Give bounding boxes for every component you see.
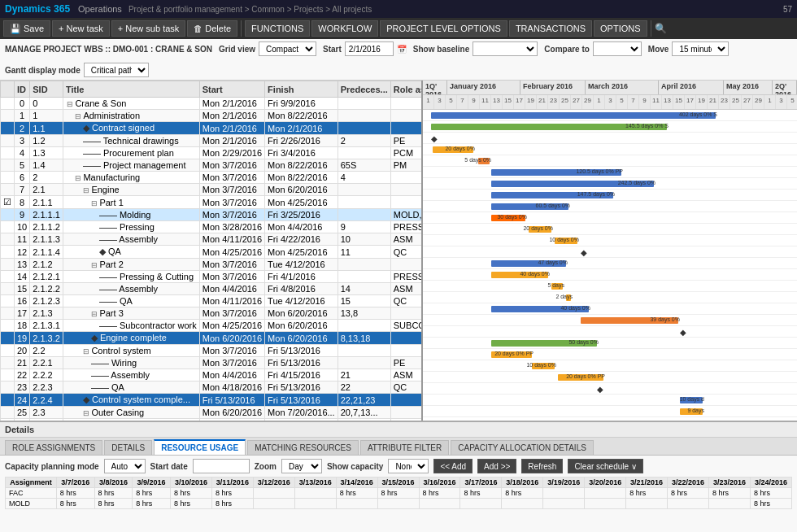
options-button[interactable]: OPTIONS (594, 20, 647, 37)
table-row[interactable]: 24 2.2.4 ◆ Control system comple... Fri … (1, 394, 424, 407)
table-row[interactable]: 15 2.1.2.2 —— Assembly Mon 4/4/2016 Fri … (1, 283, 424, 295)
row-checkbox[interactable] (1, 233, 15, 246)
gantt-bar[interactable]: 20 days 0% PP (491, 351, 532, 358)
row-checkbox[interactable] (1, 382, 15, 394)
gantt-display-select[interactable]: Critical path (84, 63, 149, 77)
gantt-bar[interactable]: 145.5 days 0% S (431, 124, 667, 130)
row-checkbox[interactable] (1, 147, 15, 159)
table-row[interactable]: 2 1.1 ◆ Contract signed Mon 2/1/2016 Mon… (1, 122, 424, 135)
project-level-options-button[interactable]: PROJECT LEVEL OPTIONS (380, 20, 507, 37)
gantt-bar[interactable]: 147.5 days 0% (491, 192, 613, 198)
table-row[interactable]: 9 2.1.1.1 —— Molding Mon 3/7/2016 Fri 3/… (1, 209, 424, 221)
gantt-bar[interactable]: 120.5 days 0% PP (491, 169, 621, 176)
gantt-bar[interactable]: 5 days 0% (478, 158, 490, 164)
table-row[interactable]: 5 1.4 —— Project management Mon 3/7/2016… (1, 159, 424, 172)
row-checkbox[interactable] (1, 394, 15, 407)
gantt-bar[interactable]: 20 days 0% (529, 226, 551, 233)
gantt-bar[interactable]: 40 days 0% (491, 306, 589, 312)
gantt-bar[interactable]: 242.5 days 0% (491, 181, 654, 187)
table-row[interactable]: 10 2.1.1.2 —— Pressing Mon 3/28/2016 Mon… (1, 221, 424, 233)
clear-schedule-button[interactable]: Clear schedule ∨ (568, 459, 642, 473)
row-checkbox[interactable] (1, 295, 15, 307)
save-button[interactable]: 💾 Save (3, 20, 50, 37)
tab-matching-resources[interactable]: MATCHING RESOURCES (247, 440, 359, 455)
table-row[interactable]: 14 2.1.2.1 —— Pressing & Cutting Mon 3/7… (1, 271, 424, 283)
gantt-bar[interactable]: 30 days 0% (491, 215, 525, 221)
gantt-bar[interactable]: 2 days (566, 294, 571, 301)
gantt-bar[interactable]: 10 days 0% (555, 238, 577, 244)
add-left-button[interactable]: << Add (433, 459, 473, 473)
gantt-bar[interactable]: 5 days (551, 283, 563, 290)
table-row[interactable]: 23 2.2.3 —— QA Mon 4/18/2016 Fri 5/13/20… (1, 382, 424, 394)
gantt-bar[interactable]: 402 days 0% S (431, 112, 716, 119)
table-row[interactable]: 20 2.2 ⊟ Control system Mon 3/7/2016 Fri… (1, 345, 424, 357)
table-row[interactable]: 21 2.2.1 —— Wiring Mon 3/7/2016 Fri 5/13… (1, 357, 424, 369)
table-row[interactable]: 19 2.1.3.2 ◆ Engine complete Mon 6/20/20… (1, 332, 424, 345)
table-row[interactable]: 26 2.3.1 —— Assembly Mon 6/20/2016 Mon 7… (1, 419, 424, 421)
tab-resource-usage[interactable]: RESOURCE USAGE (154, 439, 246, 455)
gantt-bar[interactable]: 10 days 0% (532, 363, 555, 369)
table-row[interactable]: 6 2 ⊟ Manufacturing Mon 3/7/2016 Mon 8/2… (1, 172, 424, 184)
capacity-select[interactable]: Auto (104, 459, 146, 473)
table-row[interactable]: 16 2.1.2.3 —— QA Mon 4/11/2016 Tue 4/12/… (1, 295, 424, 307)
wbs-grid[interactable]: ID SID Title Start Finish Predeces... Ro… (0, 81, 423, 421)
table-row[interactable]: 11 2.1.1.3 —— Assembly Mon 4/11/2016 Fri… (1, 233, 424, 246)
gantt-bar[interactable]: 39 days 0% (581, 317, 678, 324)
table-row[interactable]: 22 2.2.2 —— Assembly Mon 4/4/2016 Fri 4/… (1, 369, 424, 382)
row-checkbox[interactable] (1, 159, 15, 172)
show-capacity-select[interactable]: None (388, 459, 429, 473)
refresh-button[interactable]: Refresh (521, 459, 563, 473)
table-row[interactable]: 4 1.3 —— Procurement plan Mon 2/29/2016 … (1, 147, 424, 159)
zoom-select[interactable]: Day (281, 459, 322, 473)
show-baseline-select[interactable] (473, 41, 538, 56)
row-checkbox[interactable] (1, 357, 15, 369)
table-row[interactable]: 12 2.1.1.4 ◆ QA Mon 4/25/2016 Mon 4/25/2… (1, 246, 424, 259)
app-brand[interactable]: Dynamics 365 (5, 3, 70, 15)
move-select[interactable]: 15 minutes (672, 41, 729, 56)
row-checkbox[interactable] (1, 369, 15, 382)
gantt-bar[interactable]: 40 days 0% (491, 272, 548, 278)
row-checkbox[interactable] (1, 110, 15, 122)
table-row[interactable]: 25 2.3 ⊟ Outer Casing Mon 6/20/2016 Mon … (1, 407, 424, 419)
delete-button[interactable]: 🗑 Delete (187, 20, 237, 37)
row-checkbox[interactable] (1, 419, 15, 421)
transactions-button[interactable]: TRANSACTIONS (509, 20, 592, 37)
table-row[interactable]: ☑ 8 2.1.1 ⊟ Part 1 Mon 3/7/2016 Mon 4/25… (1, 196, 424, 209)
row-checkbox[interactable] (1, 259, 15, 271)
search-icon[interactable]: 🔍 (655, 23, 667, 34)
table-row[interactable]: 13 2.1.2 ⊟ Part 2 Mon 3/7/2016 Tue 4/12/… (1, 259, 424, 271)
table-row[interactable]: 7 2.1 ⊟ Engine Mon 3/7/2016 Mon 6/20/201… (1, 184, 424, 196)
table-row[interactable]: 17 2.1.3 ⊟ Part 3 Mon 3/7/2016 Mon 6/20/… (1, 307, 424, 320)
table-row[interactable]: 0 0 ⊟ Crane & Son Mon 2/1/2016 Fri 9/9/2… (1, 98, 424, 110)
row-checkbox[interactable] (1, 122, 15, 135)
grid-view-select[interactable]: CompactDetailed (259, 41, 316, 56)
row-checkbox[interactable] (1, 172, 15, 184)
row-checkbox[interactable] (1, 209, 15, 221)
tab-role-assignments[interactable]: ROLE ASSIGNMENTS (5, 440, 102, 455)
gantt-chart[interactable]: 1Q' 2016 January 2016 February 2016 Marc… (423, 81, 797, 421)
row-checkbox[interactable] (1, 98, 15, 110)
tab-details[interactable]: DETAILS (104, 440, 152, 455)
table-row[interactable]: 1 1 ⊟ Administration Mon 2/1/2016 Mon 8/… (1, 110, 424, 122)
gantt-bar[interactable]: 60.5 days 0% (491, 203, 568, 210)
new-sub-task-button[interactable]: + New sub task (111, 20, 186, 37)
row-checkbox[interactable] (1, 320, 15, 332)
gantt-bar[interactable]: 47 days 0% (491, 260, 566, 267)
workflow-button[interactable]: WORKFLOW (311, 20, 378, 37)
compare-to-select[interactable] (593, 41, 642, 56)
row-checkbox[interactable] (1, 332, 15, 345)
row-checkbox[interactable] (1, 407, 15, 419)
gantt-bar[interactable]: 50 days 0% (491, 340, 597, 347)
gantt-bar[interactable]: 10 days d (680, 397, 703, 403)
row-checkbox[interactable] (1, 184, 15, 196)
calendar-icon[interactable]: 📅 (397, 45, 407, 54)
row-checkbox[interactable]: ☑ (1, 196, 15, 209)
row-checkbox[interactable] (1, 307, 15, 320)
row-checkbox[interactable] (1, 246, 15, 259)
gantt-bar[interactable]: 9 days (680, 408, 703, 415)
new-task-button[interactable]: + New task (52, 20, 110, 37)
row-checkbox[interactable] (1, 283, 15, 295)
row-checkbox[interactable] (1, 221, 15, 233)
tab-capacity-allocation[interactable]: CAPACITY ALLOCATION DETAILS (451, 440, 594, 455)
table-row[interactable]: 3 1.2 —— Technical drawings Mon 2/1/2016… (1, 135, 424, 147)
